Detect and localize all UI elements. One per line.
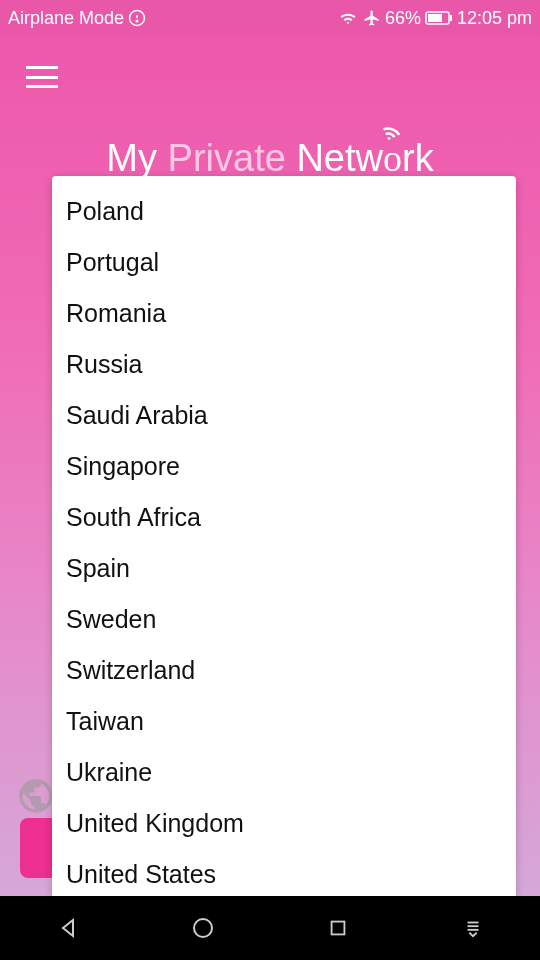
- battery-percent: 66%: [385, 8, 421, 29]
- menu-button[interactable]: [26, 66, 58, 88]
- recent-button[interactable]: [308, 908, 368, 948]
- status-bar: Airplane Mode 66% 12:05 pm: [0, 0, 540, 36]
- country-dropdown[interactable]: PolandPortugalRomaniaRussiaSaudi ArabiaS…: [52, 176, 516, 896]
- airplane-icon: [363, 9, 381, 27]
- clock-time: 12:05 pm: [457, 8, 532, 29]
- country-item[interactable]: Portugal: [52, 237, 516, 288]
- svg-rect-4: [428, 14, 442, 22]
- home-button[interactable]: [173, 908, 233, 948]
- globe-icon: [16, 776, 56, 816]
- battery-icon: [425, 11, 453, 25]
- svg-point-2: [136, 20, 138, 22]
- country-item[interactable]: Poland: [52, 186, 516, 237]
- info-icon: [128, 9, 146, 27]
- main-area: My Private Network PolandPortugalRomania…: [0, 36, 540, 896]
- country-item[interactable]: United Kingdom: [52, 798, 516, 849]
- country-item[interactable]: Romania: [52, 288, 516, 339]
- status-right: 66% 12:05 pm: [337, 8, 532, 29]
- country-item[interactable]: Taiwan: [52, 696, 516, 747]
- country-item[interactable]: Ukraine: [52, 747, 516, 798]
- svg-rect-5: [450, 15, 452, 21]
- country-item[interactable]: Saudi Arabia: [52, 390, 516, 441]
- airplane-mode-text: Airplane Mode: [8, 8, 124, 29]
- status-left: Airplane Mode: [8, 8, 146, 29]
- back-button[interactable]: [38, 908, 98, 948]
- country-item[interactable]: Russia: [52, 339, 516, 390]
- wifi-icon: [337, 9, 359, 27]
- download-button[interactable]: [443, 908, 503, 948]
- svg-point-6: [194, 919, 212, 937]
- country-item[interactable]: United States: [52, 849, 516, 896]
- wifi-logo-icon: [378, 122, 404, 148]
- country-item[interactable]: Switzerland: [52, 645, 516, 696]
- country-item[interactable]: Sweden: [52, 594, 516, 645]
- country-item[interactable]: Singapore: [52, 441, 516, 492]
- svg-rect-7: [331, 922, 344, 935]
- country-item[interactable]: South Africa: [52, 492, 516, 543]
- nav-bar: [0, 896, 540, 960]
- country-item[interactable]: Spain: [52, 543, 516, 594]
